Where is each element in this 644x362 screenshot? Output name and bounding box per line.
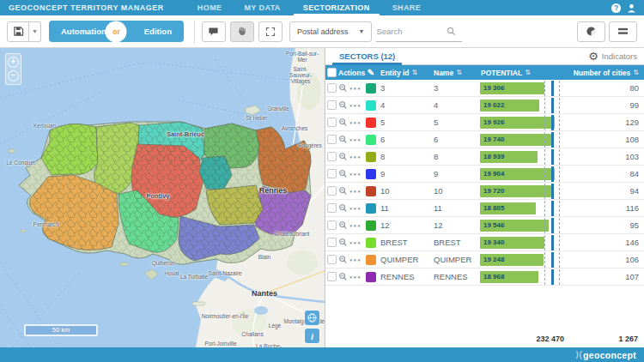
potential-cell: 19 022: [478, 97, 562, 113]
row-more-icon[interactable]: ●●●: [349, 206, 361, 211]
row-checkbox[interactable]: [327, 203, 337, 213]
zoom-to-sector-icon[interactable]: [338, 100, 348, 110]
threshold-marker: [544, 132, 545, 148]
row-checkbox[interactable]: [327, 169, 337, 178]
header-entity-id[interactable]: Entity id⇅: [379, 69, 434, 77]
row-more-icon[interactable]: ●●●: [349, 120, 361, 125]
gear-icon: ⚙: [588, 51, 598, 62]
potential-cell: 19 306: [478, 80, 562, 96]
name-cell: RENNES: [434, 272, 478, 281]
name-cell: 11: [434, 203, 478, 213]
help-icon[interactable]: ?: [611, 3, 621, 13]
total-potential: 232 470: [536, 335, 564, 343]
edit-pencil-icon[interactable]: ✎: [368, 68, 374, 77]
sector-color-swatch[interactable]: [366, 203, 376, 214]
row-checkbox[interactable]: [327, 83, 337, 93]
row-more-icon[interactable]: ●●●: [349, 154, 361, 160]
sector-color-swatch[interactable]: [366, 238, 376, 248]
info-icon[interactable]: i: [305, 329, 319, 343]
sector-color-swatch[interactable]: [366, 186, 376, 196]
row-more-icon[interactable]: ●●●: [349, 257, 361, 262]
name-cell: QUIMPER: [434, 255, 478, 264]
map-canvas[interactable]: [0, 48, 325, 347]
zoom-to-sector-icon[interactable]: [338, 272, 348, 281]
pie-chart-view-button[interactable]: [577, 21, 605, 42]
map-view[interactable]: Port-Bail-sur-MerSaint-Sauveur-VillagesS…: [0, 48, 325, 347]
save-dropdown-button[interactable]: ▼: [29, 21, 41, 42]
indicators-button[interactable]: ⚙ Indicators: [588, 51, 637, 62]
zoom-to-sector-icon[interactable]: [338, 152, 348, 161]
comment-button[interactable]: [202, 21, 226, 42]
tab-sectors[interactable]: SECTORS (12): [332, 48, 402, 65]
threshold-marker: [559, 81, 560, 96]
row-checkbox[interactable]: [327, 152, 337, 161]
pan-hand-button[interactable]: [230, 21, 254, 42]
row-more-icon[interactable]: ●●●: [349, 103, 361, 108]
user-icon[interactable]: [627, 3, 636, 13]
threshold-marker: [559, 235, 560, 250]
layers-globe-icon[interactable]: [305, 311, 319, 325]
zoom-to-sector-icon[interactable]: [338, 186, 348, 196]
sector-color-swatch[interactable]: [366, 83, 376, 94]
zoom-to-sector-icon[interactable]: [338, 220, 348, 230]
nav-item-home[interactable]: HOME: [186, 0, 234, 15]
edition-toggle[interactable]: Edition: [125, 21, 184, 42]
mode-toggle[interactable]: Automation Edition or: [49, 21, 184, 42]
row-checkbox[interactable]: [327, 272, 337, 281]
sector-color-swatch[interactable]: [366, 135, 376, 145]
cities-cell: 108: [562, 135, 644, 144]
sector-color-swatch[interactable]: [366, 220, 376, 231]
row-more-icon[interactable]: ●●●: [349, 86, 361, 91]
save-button[interactable]: [7, 21, 29, 42]
zoom-to-sector-icon[interactable]: [338, 255, 348, 264]
nav-item-my-data[interactable]: MY DATA: [233, 0, 291, 15]
zoom-to-sector-icon[interactable]: [338, 83, 348, 93]
select-all-checkbox[interactable]: [327, 68, 337, 77]
row-more-icon[interactable]: ●●●: [349, 275, 361, 280]
zoom-to-sector-icon[interactable]: [338, 238, 348, 247]
header-name[interactable]: Name⇅: [434, 69, 478, 77]
row-more-icon[interactable]: ●●●: [349, 189, 361, 194]
row-checkbox[interactable]: [327, 220, 337, 230]
search-input[interactable]: [376, 27, 447, 36]
mean-marker: [551, 269, 554, 285]
sector-color-swatch[interactable]: [366, 169, 376, 179]
threshold-marker: [559, 252, 560, 268]
list-view-button[interactable]: [609, 21, 637, 42]
mean-marker: [551, 81, 554, 96]
search-icon[interactable]: [447, 27, 456, 36]
row-checkbox[interactable]: [327, 118, 337, 127]
header-cities[interactable]: Number of cities⇅: [562, 69, 644, 77]
table-body: ●●● 3 3 19 306 80 ●●● 4 4 19 022 99 ●●● …: [325, 80, 644, 286]
row-more-icon[interactable]: ●●●: [349, 240, 361, 245]
fullscreen-button[interactable]: [258, 21, 283, 42]
zoom-out-icon[interactable]: −: [8, 70, 19, 81]
sector-color-swatch[interactable]: [366, 272, 376, 282]
table-row: ●●● 4 4 19 022 99: [325, 97, 644, 114]
nav-item-share[interactable]: SHARE: [381, 0, 433, 15]
zoom-to-sector-icon[interactable]: [338, 203, 348, 213]
row-checkbox[interactable]: [327, 255, 337, 264]
header-potential[interactable]: POTENTIAL⇅: [478, 65, 562, 80]
address-type-dropdown[interactable]: Postal address ▼: [289, 21, 372, 42]
sector-color-swatch[interactable]: [366, 152, 376, 162]
sector-color-swatch[interactable]: [366, 100, 376, 111]
sector-color-swatch[interactable]: [366, 118, 376, 128]
row-checkbox[interactable]: [327, 135, 337, 144]
row-checkbox[interactable]: [327, 100, 337, 110]
zoom-in-icon[interactable]: +: [8, 57, 19, 68]
potential-cell: 19 546: [478, 217, 562, 233]
zoom-to-sector-icon[interactable]: [338, 118, 348, 127]
sector-color-swatch[interactable]: [366, 255, 376, 265]
row-more-icon[interactable]: ●●●: [349, 172, 361, 177]
row-more-icon[interactable]: ●●●: [349, 223, 361, 228]
row-checkbox[interactable]: [327, 186, 337, 196]
pan-hand-icon: [236, 26, 247, 37]
mean-marker: [551, 201, 554, 216]
nav-item-sectorization[interactable]: SECTORIZATION: [292, 0, 381, 15]
potential-cell: 19 340: [478, 234, 562, 250]
row-checkbox[interactable]: [327, 238, 337, 247]
zoom-to-sector-icon[interactable]: [338, 169, 348, 178]
row-more-icon[interactable]: ●●●: [349, 137, 361, 142]
zoom-to-sector-icon[interactable]: [338, 135, 348, 144]
